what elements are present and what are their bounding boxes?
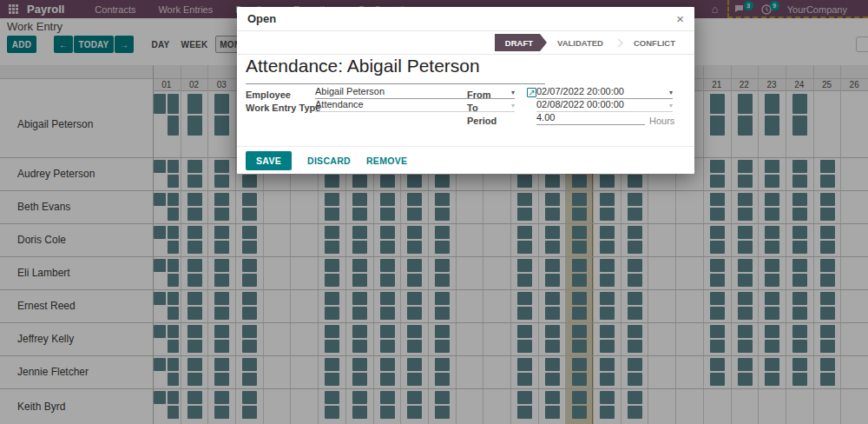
record-title[interactable]: Attendance: Abigail Peterson bbox=[246, 56, 480, 76]
work-entry-type-value: Attendance bbox=[315, 99, 364, 109]
work-entry-type-label: Work Entry Type bbox=[246, 103, 320, 113]
to-value: 02/08/2022 00:00:00 bbox=[536, 99, 624, 109]
period-label: Period bbox=[467, 116, 496, 126]
record-title-underline bbox=[246, 83, 545, 84]
to-field[interactable]: 02/08/2022 00:00:00 ▾ bbox=[536, 99, 673, 112]
employee-value: Abigail Peterson bbox=[315, 86, 385, 96]
work-entry-modal: Open × DRAFTVALIDATEDCONFLICT Attendance… bbox=[237, 7, 694, 174]
statusbar: DRAFTVALIDATEDCONFLICT bbox=[237, 31, 694, 55]
discard-button[interactable]: DISCARD bbox=[307, 156, 351, 166]
status-draft[interactable]: DRAFT bbox=[495, 34, 547, 51]
to-label: To bbox=[467, 103, 478, 113]
external-link-icon[interactable]: ↗ bbox=[527, 88, 536, 97]
status-chevron-icon bbox=[615, 38, 623, 47]
screen: Payroll ContractsWork EntriesPayslipsRep… bbox=[0, 0, 868, 424]
from-field[interactable]: 02/07/2022 20:00:00 ▾ bbox=[536, 86, 673, 99]
employee-dropdown-icon[interactable]: ▾ bbox=[511, 89, 515, 96]
save-button[interactable]: SAVE bbox=[246, 151, 292, 170]
from-dropdown-icon[interactable]: ▾ bbox=[669, 89, 673, 96]
remove-button[interactable]: REMOVE bbox=[366, 156, 407, 166]
period-field[interactable]: 4.00 bbox=[536, 112, 645, 125]
status-conflict[interactable]: CONFLICT bbox=[623, 34, 686, 51]
from-value: 02/07/2022 20:00:00 bbox=[536, 86, 624, 96]
period-unit: Hours bbox=[649, 116, 674, 126]
close-icon[interactable]: × bbox=[676, 12, 684, 25]
modal-footer: SAVE DISCARD REMOVE bbox=[237, 146, 694, 174]
employee-label: Employee bbox=[246, 89, 291, 100]
modal-header: Open × bbox=[237, 7, 694, 31]
work-entry-type-field[interactable]: Attendance ▾ bbox=[315, 99, 515, 112]
status-validated[interactable]: VALIDATED bbox=[547, 34, 614, 51]
from-label: From bbox=[467, 89, 491, 100]
modal-title: Open bbox=[247, 12, 276, 25]
to-dropdown-icon[interactable]: ▾ bbox=[669, 102, 673, 109]
type-dropdown-icon[interactable]: ▾ bbox=[511, 102, 515, 109]
period-value: 4.00 bbox=[536, 112, 555, 123]
